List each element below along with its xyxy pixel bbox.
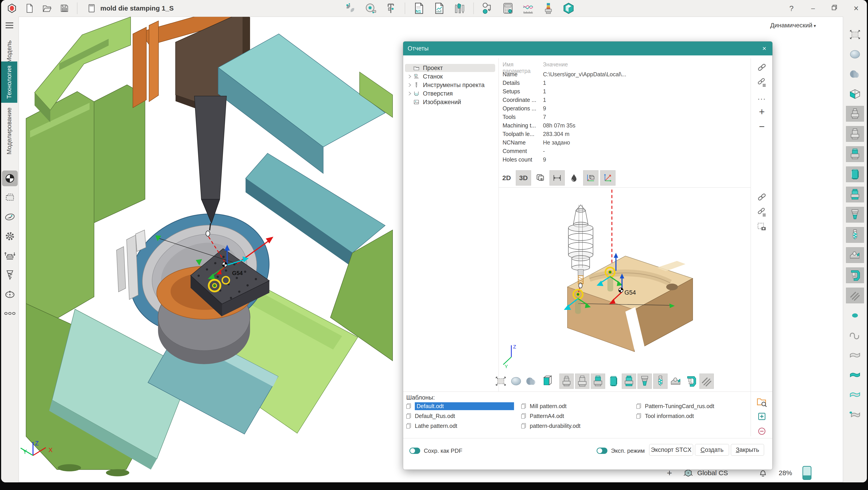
menu-hamburger-icon[interactable] [6, 23, 13, 28]
point-dot-icon[interactable] [846, 308, 864, 323]
holder-gray-icon[interactable] [559, 373, 574, 389]
chevron-right-icon[interactable] [406, 81, 413, 88]
machine-fixture-icon[interactable] [846, 247, 864, 263]
add-button[interactable]: + [752, 104, 771, 119]
process-flow-icon[interactable] [482, 2, 494, 14]
more-dots-icon[interactable] [2, 305, 18, 321]
simulation-icon[interactable] [562, 2, 575, 14]
machine-3d-scene[interactable] [19, 17, 414, 479]
cone-part-icon[interactable] [524, 374, 538, 389]
stepped-tool-icon[interactable] [846, 207, 864, 223]
stock-wire-box-icon[interactable] [846, 86, 864, 101]
holder-teal-icon[interactable] [846, 187, 864, 202]
export-stcx-button[interactable]: Экспорт STCX [649, 444, 693, 456]
holder-silver-icon[interactable] [846, 126, 864, 142]
axes-icon[interactable] [600, 170, 616, 186]
report-3d-preview[interactable]: G54 Z Y [500, 189, 750, 370]
link-list-icon[interactable] [752, 204, 771, 219]
tree-item-images[interactable]: Изображений [405, 98, 495, 106]
magnet-snap-icon[interactable] [344, 2, 357, 14]
workpiece-target-icon[interactable] [2, 170, 18, 186]
screenshot-icon[interactable] [752, 219, 771, 234]
link-list-icon[interactable] [752, 75, 771, 90]
surface-point-icon[interactable] [846, 406, 864, 422]
template-item[interactable]: Pattern-TuningCard_rus.odt [636, 402, 714, 410]
cube-axes-icon[interactable] [583, 170, 598, 186]
tools-library-icon[interactable] [453, 2, 466, 14]
help-button[interactable]: ? [786, 4, 796, 13]
sphere-shaded-icon[interactable] [509, 374, 523, 389]
tab-modeling[interactable]: Моделирование [1, 104, 17, 158]
tab-model[interactable]: Модель [1, 38, 17, 65]
maximize-button[interactable] [830, 4, 839, 13]
tab-2d[interactable]: 2D [499, 170, 514, 185]
caliper-icon[interactable] [384, 2, 397, 14]
heat-tool-icon[interactable] [542, 2, 555, 14]
template-item[interactable]: Default.odt [405, 402, 514, 410]
link-icon[interactable] [752, 60, 771, 75]
new-document-icon[interactable] [25, 3, 34, 13]
curve-icon[interactable] [846, 328, 864, 343]
tree-item-project[interactable]: Проект [405, 64, 495, 72]
template-item[interactable]: pattern-durability.odt [520, 422, 581, 430]
template-item[interactable]: PatternA4.odt [520, 412, 564, 420]
surface-teal-icon[interactable] [846, 367, 864, 382]
gear-icon[interactable] [2, 228, 18, 244]
template-item[interactable]: Mill pattern.odt [520, 402, 566, 410]
tab-3d[interactable]: 3D [516, 170, 531, 186]
close-button[interactable]: × [851, 4, 861, 13]
remove-button[interactable]: − [752, 119, 771, 134]
open-folder-icon[interactable] [42, 3, 52, 13]
dialog-header[interactable]: Отчеты × [403, 41, 772, 56]
toggle-switch[interactable] [597, 448, 608, 454]
layers-visibility-icon[interactable] [533, 170, 548, 185]
cylinder-stock-icon[interactable] [846, 166, 864, 182]
template-item[interactable]: Default_Rus.odt [405, 412, 455, 420]
hatch-section-icon[interactable] [700, 373, 714, 389]
cylinder-stock-icon[interactable] [607, 374, 620, 389]
tab-technology[interactable]: Технология [1, 62, 17, 103]
drill-bit-icon[interactable] [653, 373, 668, 389]
fit-selection-icon[interactable] [494, 374, 508, 389]
tree-item-machine[interactable]: Станок [405, 72, 495, 80]
chevron-right-icon[interactable] [406, 90, 413, 97]
sphere-shaded-icon[interactable] [846, 47, 864, 62]
link-icon[interactable] [752, 190, 771, 204]
holder-silver-icon[interactable] [575, 373, 589, 389]
surface-wire-icon[interactable] [846, 347, 864, 363]
add-template-icon[interactable] [752, 409, 771, 424]
shading-droplet-icon[interactable] [566, 170, 581, 185]
stock-teal-box-icon[interactable] [539, 374, 554, 389]
hatch-section-icon[interactable] [846, 288, 864, 303]
more-button[interactable]: ... [752, 90, 771, 104]
remove-template-icon[interactable] [752, 424, 771, 438]
part-fixture-icon[interactable] [684, 374, 698, 389]
template-item[interactable]: Lathe pattern.odt [405, 422, 457, 430]
machine-table-icon[interactable] [2, 248, 18, 263]
part-fixture-icon[interactable] [846, 267, 864, 283]
toggle-switch[interactable] [409, 448, 420, 454]
export-mode-toggle[interactable]: Эксп. режим [597, 445, 645, 456]
surface-half-icon[interactable] [846, 387, 864, 402]
save-as-pdf-toggle[interactable]: Сохр. как PDF [409, 445, 462, 456]
fit-selection-icon[interactable] [846, 27, 864, 42]
nc-program-icon[interactable] [413, 2, 425, 14]
measure-tape-icon[interactable] [364, 2, 377, 14]
gauge-clock-icon[interactable] [2, 286, 18, 302]
tool-curves-icon[interactable] [522, 2, 534, 14]
cone-part-icon[interactable] [846, 66, 864, 81]
minimize-button[interactable]: – [808, 4, 818, 12]
close-dialog-button[interactable]: Закрыть [731, 444, 764, 456]
holder-gray-icon[interactable] [846, 106, 864, 122]
compass-icon[interactable] [2, 209, 18, 225]
dialog-close-icon[interactable]: × [760, 41, 769, 56]
save-icon[interactable] [60, 3, 69, 13]
chevron-right-icon[interactable] [406, 73, 413, 80]
view-mode-dropdown[interactable]: Динамический ▾ [770, 22, 816, 29]
drill-bit-icon[interactable] [846, 227, 864, 243]
dimensions-icon[interactable] [550, 170, 565, 186]
calculator-icon[interactable] [502, 2, 514, 14]
holder-teal-icon[interactable] [622, 373, 636, 389]
report-document-icon[interactable] [433, 2, 445, 14]
stepped-tool-icon[interactable] [638, 373, 652, 389]
